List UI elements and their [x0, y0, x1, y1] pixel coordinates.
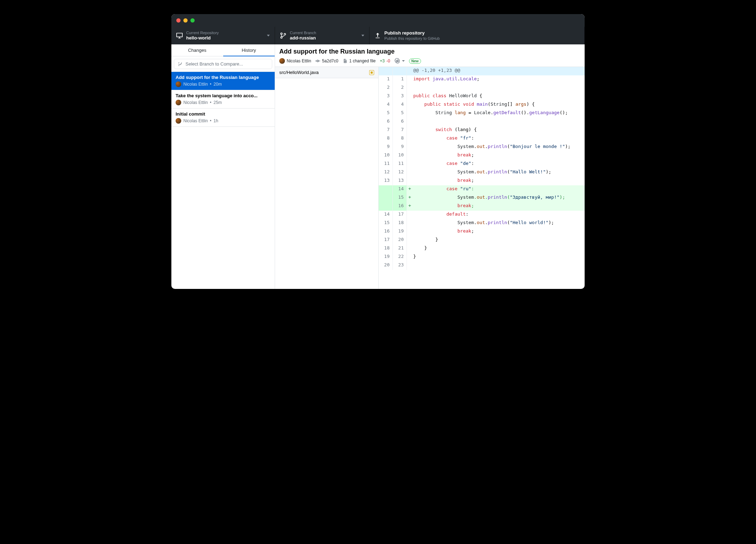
- diff-sign: [407, 135, 413, 143]
- commit-list: Add support for the Russian language Nic…: [171, 72, 275, 289]
- code-content: System.out.println("Hello world!");: [413, 219, 585, 228]
- code-content: String lang = Locale.getDefault().getLan…: [413, 109, 585, 118]
- new-line-number: 19: [393, 228, 407, 236]
- chevron-down-icon: [267, 35, 270, 37]
- desktop-icon: [176, 32, 183, 39]
- new-badge: New: [409, 58, 421, 64]
- diff-line[interactable]: 13 13 break;: [379, 177, 585, 185]
- sidebar: Changes History Select Branch to Compare…: [171, 44, 275, 289]
- commit-item-author: Nicolas Ettlin: [183, 118, 208, 123]
- diff-sign: [407, 168, 413, 177]
- repository-dropdown[interactable]: Current Repository hello-world: [171, 27, 275, 44]
- files-changed-label: 1 changed file: [349, 58, 376, 63]
- diff-line[interactable]: 5 5 String lang = Locale.getDefault().ge…: [379, 109, 585, 118]
- old-line-number: 15: [379, 219, 393, 228]
- diff-line[interactable]: 10 10 break;: [379, 152, 585, 160]
- file-row[interactable]: src/HelloWorld.java: [275, 67, 378, 78]
- new-line-number: 21: [393, 245, 407, 253]
- code-content: }: [413, 236, 585, 245]
- old-line-number: 6: [379, 118, 393, 126]
- svg-point-0: [317, 60, 319, 62]
- new-line-number: 11: [393, 160, 407, 168]
- main-pane: Add support for the Russian language Nic…: [275, 44, 585, 289]
- upload-icon: [374, 32, 381, 39]
- diff-line[interactable]: 8 8 case "fr":: [379, 135, 585, 143]
- new-line-number: 22: [393, 253, 407, 261]
- diff-sign: [407, 261, 413, 270]
- new-line-number: 20: [393, 236, 407, 245]
- old-line-number: [379, 202, 393, 211]
- diff-line[interactable]: 9 9 System.out.println("Bonjour le monde…: [379, 143, 585, 152]
- commit-item-title: Initial commit: [176, 111, 270, 117]
- code-content: System.out.println("Bonjour le monde !")…: [413, 143, 585, 152]
- diff-line[interactable]: 14 + case "ru":: [379, 185, 585, 194]
- commit-item-author: Nicolas Ettlin: [183, 100, 208, 105]
- diff-sign: +: [407, 185, 413, 194]
- diff-line[interactable]: 2 2: [379, 84, 585, 92]
- old-line-number: 10: [379, 152, 393, 160]
- old-line-number: 7: [379, 126, 393, 135]
- tab-history[interactable]: History: [223, 44, 275, 56]
- tab-changes[interactable]: Changes: [171, 44, 223, 56]
- old-line-number: 3: [379, 92, 393, 101]
- diff-line[interactable]: 14 17 default:: [379, 211, 585, 219]
- new-line-number: 17: [393, 211, 407, 219]
- diff-line[interactable]: 16 + break;: [379, 202, 585, 211]
- close-window-button[interactable]: [176, 18, 181, 23]
- diff-line[interactable]: 15 18 System.out.println("Hello world!")…: [379, 219, 585, 228]
- publish-button[interactable]: Publish repository Publish this reposito…: [370, 27, 585, 44]
- diff-line[interactable]: 3 3 public class HelloWorld {: [379, 92, 585, 101]
- branch-icon: [178, 62, 183, 67]
- commit-item-author: Nicolas Ettlin: [183, 82, 208, 87]
- maximize-window-button[interactable]: [190, 18, 195, 23]
- diff-sign: [407, 219, 413, 228]
- diff-line[interactable]: 11 11 case "de":: [379, 160, 585, 168]
- diff-line[interactable]: 12 12 System.out.println("Hallo Welt!");: [379, 168, 585, 177]
- diff-line[interactable]: 1 1 import java.util.Locale;: [379, 75, 585, 84]
- code-content: }: [413, 253, 585, 261]
- diff-line[interactable]: 18 21 }: [379, 245, 585, 253]
- compare-placeholder: Select Branch to Compare...: [185, 61, 243, 67]
- commit-item[interactable]: Take the system language into acco... Ni…: [171, 90, 275, 109]
- code-content: System.out.println("Здравствуй, мир!");: [413, 194, 585, 202]
- new-line-number: 18: [393, 219, 407, 228]
- new-line-number: 23: [393, 261, 407, 270]
- new-line-number: 9: [393, 143, 407, 152]
- avatar: [176, 100, 181, 105]
- new-line-number: 16: [393, 202, 407, 211]
- deletions-count: -0: [386, 58, 390, 63]
- new-line-number: 8: [393, 135, 407, 143]
- commit-item[interactable]: Initial commit Nicolas Ettlin • 1h: [171, 109, 275, 127]
- commit-author: Nicolas Ettlin: [287, 58, 311, 63]
- diff-line[interactable]: 15 + System.out.println("Здравствуй, мир…: [379, 194, 585, 202]
- diff-line[interactable]: 16 19 break;: [379, 228, 585, 236]
- repo-name: hello-world: [186, 35, 219, 41]
- avatar: [279, 58, 285, 64]
- titlebar[interactable]: [171, 14, 585, 27]
- new-line-number: 13: [393, 177, 407, 185]
- old-line-number: 4: [379, 101, 393, 109]
- diff-view[interactable]: @@ -1,20 +1,23 @@1 1 import java.util.Lo…: [379, 67, 585, 289]
- commit-item-time: 25m: [214, 100, 222, 105]
- diff-line[interactable]: 19 22 }: [379, 253, 585, 261]
- diff-line[interactable]: 6 6: [379, 118, 585, 126]
- diff-line[interactable]: @@ -1,20 +1,23 @@: [379, 67, 585, 75]
- new-line-number: 1: [393, 75, 407, 84]
- diff-line[interactable]: 20 23: [379, 261, 585, 270]
- old-line-number: [379, 67, 393, 75]
- diff-line[interactable]: 7 7 switch (lang) {: [379, 126, 585, 135]
- old-line-number: 1: [379, 75, 393, 84]
- diff-line[interactable]: 17 20 }: [379, 236, 585, 245]
- branch-dropdown[interactable]: Current Branch add-russian: [275, 27, 370, 44]
- diff-line[interactable]: 4 4 public static void main(String[] arg…: [379, 101, 585, 109]
- old-line-number: 16: [379, 228, 393, 236]
- new-line-number: 4: [393, 101, 407, 109]
- diff-sign: [407, 211, 413, 219]
- old-line-number: 5: [379, 109, 393, 118]
- diff-sign: [407, 101, 413, 109]
- minimize-window-button[interactable]: [183, 18, 188, 23]
- old-line-number: 11: [379, 160, 393, 168]
- compare-branch-select[interactable]: Select Branch to Compare...: [174, 59, 272, 69]
- commit-options-button[interactable]: [395, 58, 405, 64]
- commit-item[interactable]: Add support for the Russian language Nic…: [171, 72, 275, 90]
